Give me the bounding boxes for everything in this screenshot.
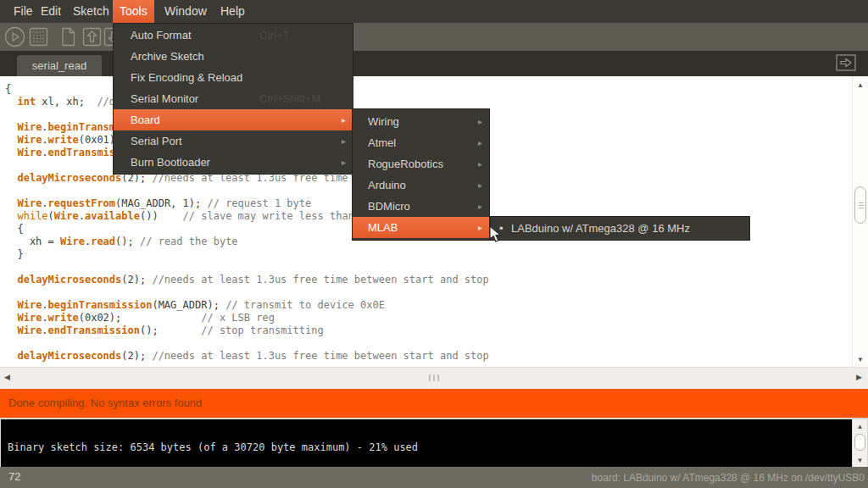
console-output: Binary sketch size: 6534 bytes (of a 307… (0, 418, 868, 467)
editor-scrollbar-thumb[interactable] (854, 186, 866, 224)
scroll-left-icon[interactable]: ◀ (4, 373, 10, 381)
stop-icon[interactable] (28, 26, 49, 47)
status-bar: Done compiling. No syntax errors found (0, 389, 868, 418)
board-menu-item-wiring[interactable]: Wiring▸ (353, 111, 489, 132)
submenu-arrow-icon: ▸ (478, 132, 482, 153)
tools-menu-item-archive-sketch[interactable]: Archive Sketch (114, 46, 353, 67)
board-menu-item-atmel[interactable]: Atmel▸ (353, 132, 489, 153)
arduino-ide-window: FileEditSketchToolsWindowHelp (0, 0, 868, 488)
menu-item-label: BDMicro (368, 200, 410, 213)
menu-item-label: Arduino (368, 179, 406, 191)
tools-menu-item-fix-encoding-reload[interactable]: Fix Encoding & Reload (114, 67, 353, 88)
scroll-up-icon[interactable]: ▲ (853, 81, 868, 89)
submenu-arrow-icon: ▸ (342, 109, 346, 130)
board-submenu: Wiring▸Atmel▸RogueRobotics▸Arduino▸BDMic… (352, 108, 490, 241)
menubar-item-window[interactable]: Window (158, 0, 214, 23)
scroll-down-icon[interactable]: ▼ (853, 457, 867, 464)
menu-item-label: Wiring (368, 115, 399, 128)
footer-bar: 72 board: LABduino w/ ATmega328 @ 16 MHz… (0, 467, 868, 488)
submenu-arrow-icon: ▸ (478, 153, 482, 175)
console-scrollbar[interactable]: ▲ ▼ (852, 419, 867, 467)
scroll-up-icon[interactable]: ▲ (853, 423, 867, 430)
verify-icon[interactable] (4, 26, 25, 47)
board-menu-item-roguerobotics[interactable]: RogueRobotics▸ (353, 153, 489, 175)
scroll-right-icon[interactable]: ▶ (856, 373, 862, 381)
menu-item-shortcut: Ctrl+Shift+M (259, 88, 320, 109)
board-menu-item-arduino[interactable]: Arduino▸ (353, 175, 489, 196)
console-splitter-grip[interactable] (427, 374, 441, 383)
mouse-cursor (489, 225, 503, 247)
tools-menu-item-burn-bootloader[interactable]: Burn Bootloader▸ (114, 152, 353, 173)
tab-menu-button[interactable] (836, 54, 856, 71)
open-sketch-icon[interactable] (81, 26, 103, 47)
tab-serial-read[interactable]: serial_read (17, 55, 102, 76)
menu-item-label: Burn Bootloader (131, 156, 210, 169)
scroll-down-icon[interactable]: ▼ (853, 356, 868, 363)
console-scrollbar-thumb[interactable] (854, 434, 865, 451)
footer-board-status: board: LABduino w/ ATmega328 @ 16 MHz on… (592, 472, 865, 484)
menubar: FileEditSketchToolsWindowHelp (0, 0, 868, 23)
menu-item-label: Archive Sketch (131, 50, 204, 63)
board-menu-item-mlab[interactable]: MLAB▸ (353, 217, 489, 238)
tools-menu-item-serial-monitor[interactable]: Serial MonitorCtrl+Shift+M (114, 88, 353, 109)
submenu-arrow-icon: ▸ (478, 196, 482, 217)
new-sketch-icon[interactable] (58, 26, 79, 47)
menu-item-label: Board (131, 114, 160, 126)
submenu-arrow-icon: ▸ (478, 175, 482, 196)
menu-item-label: RogueRobotics (368, 158, 443, 170)
board-menu-item-bdmicro[interactable]: BDMicro▸ (353, 196, 489, 217)
menubar-item-edit[interactable]: Edit (34, 0, 68, 23)
submenu-arrow-icon: ▸ (478, 111, 482, 132)
submenu-arrow-icon: ▸ (342, 130, 346, 152)
submenu-arrow-icon: ▸ (478, 217, 482, 238)
tools-menu-item-auto-format[interactable]: Auto FormatCtrl+T (114, 25, 353, 46)
mlab-submenu: LABduino w/ ATmega328 @ 16 MHz• (490, 216, 750, 241)
menu-item-label: Serial Port (131, 135, 182, 147)
menubar-item-tools[interactable]: Tools (113, 0, 154, 23)
menu-item-label: Atmel (368, 136, 396, 149)
tools-menu-item-serial-port[interactable]: Serial Port▸ (114, 130, 353, 152)
menu-item-label: Serial Monitor (131, 92, 198, 105)
menu-item-label: MLAB (368, 221, 398, 234)
tools-menu-item-board[interactable]: Board▸ (114, 109, 353, 130)
tools-menu: Auto FormatCtrl+TArchive SketchFix Encod… (113, 23, 353, 175)
submenu-arrow-icon: ▸ (342, 152, 346, 173)
menu-item-label: Auto Format (131, 29, 192, 42)
menubar-item-sketch[interactable]: Sketch (66, 0, 116, 23)
menu-item-label: Fix Encoding & Reload (131, 71, 242, 84)
menu-item-shortcut: Ctrl+T (259, 25, 290, 46)
menu-item-label: LABduino w/ ATmega328 @ 16 MHz (511, 222, 690, 235)
footer-line-number: 72 (8, 470, 20, 483)
menubar-item-help[interactable]: Help (214, 0, 252, 23)
console-line: Binary sketch size: 6534 bytes (of a 307… (8, 441, 418, 453)
mlab-menu-item-labduino-w-atmega328-16-mhz[interactable]: LABduino w/ ATmega328 @ 16 MHz• (491, 218, 749, 239)
editor-vertical-scrollbar[interactable]: ▲ ▼ (852, 76, 868, 367)
